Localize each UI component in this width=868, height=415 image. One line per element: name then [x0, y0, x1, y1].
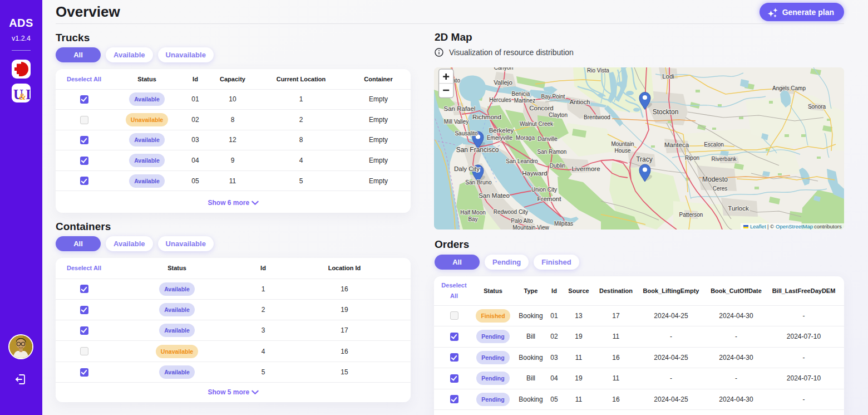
- svg-text:Redwood City: Redwood City: [494, 209, 528, 215]
- svg-text:Mountain View: Mountain View: [512, 224, 549, 230]
- svg-text:Milpitas: Milpitas: [554, 221, 573, 227]
- svg-text:Stockton: Stockton: [653, 108, 679, 116]
- svg-text:House: House: [615, 148, 631, 154]
- svg-text:Livermore: Livermore: [571, 165, 600, 172]
- svg-text:San Ramon: San Ramon: [537, 149, 567, 155]
- svg-text:Benicia: Benicia: [512, 91, 530, 97]
- svg-text:Sausalito: Sausalito: [455, 130, 478, 136]
- svg-text:Brentwood: Brentwood: [584, 114, 610, 120]
- svg-text:Manteca: Manteca: [664, 141, 689, 148]
- svg-text:Dublin: Dublin: [550, 163, 565, 169]
- svg-text:Bay: Bay: [468, 216, 477, 222]
- svg-text:Canyon: Canyon: [494, 67, 513, 71]
- svg-text:Tracy: Tracy: [636, 155, 653, 163]
- svg-text:Union City: Union City: [531, 187, 557, 193]
- svg-text:Rio Vista: Rio Vista: [587, 67, 609, 74]
- svg-text:Lodi: Lodi: [662, 73, 674, 80]
- svg-text:Bay Point: Bay Point: [541, 94, 565, 100]
- svg-text:Vallejo: Vallejo: [494, 79, 512, 86]
- svg-text:Daly City: Daly City: [454, 165, 480, 172]
- svg-text:Danville: Danville: [537, 136, 558, 142]
- svg-text:Moraga: Moraga: [516, 135, 535, 141]
- svg-text:Half Moon: Half Moon: [460, 209, 486, 216]
- svg-text:Emeryville: Emeryville: [487, 135, 513, 141]
- svg-text:San Rafael: San Rafael: [444, 105, 476, 112]
- svg-text:San Leandro: San Leandro: [506, 158, 538, 164]
- svg-text:Mill Valley: Mill Valley: [444, 119, 468, 125]
- svg-text:Riverbank: Riverbank: [711, 156, 737, 162]
- svg-text:Hayward: Hayward: [522, 170, 547, 177]
- svg-text:Leaflet: Leaflet: [750, 223, 766, 230]
- svg-text:San Francisco: San Francisco: [456, 146, 499, 154]
- svg-text:Palo Alto: Palo Alto: [511, 218, 533, 224]
- svg-text:Ceres: Ceres: [713, 185, 728, 192]
- svg-text:| ©: | ©: [767, 223, 774, 230]
- svg-text:Ripon: Ripon: [685, 155, 699, 161]
- svg-text:Walnut Creek: Walnut Creek: [520, 121, 554, 127]
- svg-text:Angels Camp: Angels Camp: [772, 85, 806, 91]
- svg-text:contributors: contributors: [814, 223, 842, 230]
- svg-text:Clayton: Clayton: [549, 112, 568, 118]
- svg-text:Mountain: Mountain: [611, 141, 634, 147]
- svg-text:San Bruno: San Bruno: [465, 179, 492, 185]
- svg-text:Richmond: Richmond: [472, 114, 501, 120]
- svg-text:Berkeley: Berkeley: [489, 127, 514, 134]
- svg-text:&: &: [19, 92, 26, 101]
- svg-text:I: I: [26, 87, 30, 102]
- svg-text:Antioch: Antioch: [570, 99, 590, 105]
- svg-text:Turlock: Turlock: [728, 205, 749, 212]
- svg-text:Martinez: Martinez: [514, 97, 535, 104]
- svg-text:Fremont: Fremont: [537, 196, 562, 202]
- svg-text:Hercules: Hercules: [489, 97, 511, 103]
- svg-text:Patterson: Patterson: [679, 212, 703, 218]
- svg-text:Sonora: Sonora: [808, 104, 826, 110]
- svg-text:Modesto: Modesto: [702, 175, 728, 183]
- svg-text:San Mateo: San Mateo: [479, 192, 510, 199]
- svg-text:Concord: Concord: [529, 105, 553, 111]
- svg-text:OpenStreetMap: OpenStreetMap: [776, 223, 813, 230]
- svg-text:Escalon: Escalon: [704, 141, 724, 148]
